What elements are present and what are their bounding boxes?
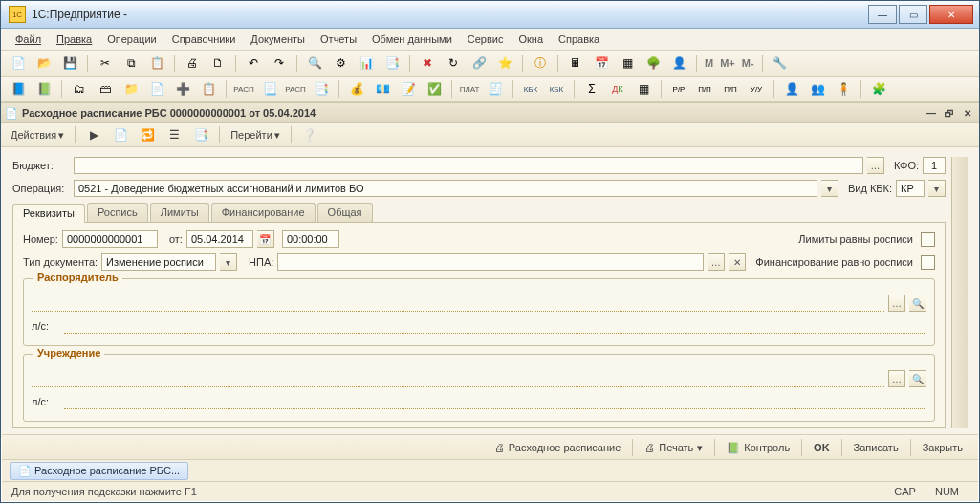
rasp-search-button[interactable]: 🔍 (909, 295, 926, 312)
tb2-3-icon[interactable]: 🗂 (68, 78, 91, 99)
kfo-input[interactable]: 1 (923, 157, 946, 174)
tab-funding[interactable]: Финансирование (211, 203, 316, 222)
tb2-7-icon[interactable]: 📋 (197, 78, 220, 99)
print-icon[interactable]: 🖨 (181, 53, 204, 74)
uchr-main-input[interactable] (32, 371, 884, 387)
tb2-sigma-icon[interactable]: Σ (580, 78, 603, 99)
tb2-pp3-icon[interactable]: П/П (719, 78, 742, 99)
rasp-lookup-button[interactable]: … (888, 295, 905, 312)
stop-icon[interactable]: ✖ (416, 53, 439, 74)
undo-icon[interactable]: ↶ (242, 53, 265, 74)
task-item[interactable]: 📄 Расходное расписание РБС... (10, 462, 188, 480)
tb2-rasp1-icon[interactable]: РАСП (232, 78, 255, 99)
tab-general[interactable]: Общая (317, 203, 373, 222)
tb2-add-icon[interactable]: ➕ (171, 78, 194, 99)
vidkbk-dropdown-button[interactable]: ▾ (928, 180, 946, 197)
tb2-dk-icon[interactable]: ДК (606, 78, 629, 99)
funding-eq-checkbox[interactable] (921, 255, 935, 270)
rasp-ls-input[interactable] (64, 317, 926, 334)
tb2-rasp3-icon[interactable]: РАСП (284, 78, 307, 99)
sub-close-button[interactable]: ✕ (960, 106, 975, 120)
date-input[interactable]: 05.04.2014 (186, 230, 253, 248)
uchr-ls-input[interactable] (64, 393, 926, 409)
tb2-15-icon[interactable]: 🧩 (867, 78, 890, 99)
user-icon[interactable]: 👤 (667, 53, 690, 74)
tb2-user3-icon[interactable]: 🧍 (832, 78, 855, 99)
ok-button[interactable]: OK (808, 440, 836, 455)
ab-reg-icon[interactable]: 📑 (189, 124, 212, 145)
tab-limits[interactable]: Лимиты (150, 203, 209, 222)
calendar-icon[interactable]: 📅 (590, 53, 613, 74)
menu-windows[interactable]: Окна (512, 32, 550, 47)
help-icon[interactable]: ⓘ (529, 53, 552, 74)
wrench-icon[interactable]: 🔧 (769, 53, 792, 74)
ab-help-icon[interactable]: ❔ (298, 124, 321, 145)
find-icon[interactable]: 🔍 (303, 53, 326, 74)
goto-dropdown[interactable]: Перейти ▾ (227, 127, 284, 143)
print-rash-button[interactable]: 🖨Расходное расписание (489, 440, 626, 455)
vidkbk-input[interactable]: КР (896, 180, 925, 197)
tb2-rasp2-icon[interactable]: 📃 (258, 78, 281, 99)
tab-requisites[interactable]: Реквизиты (12, 204, 85, 223)
tb2-1-icon[interactable]: 📘 (7, 78, 30, 99)
new-icon[interactable]: 📄 (7, 53, 30, 74)
minimize-button[interactable]: — (868, 5, 897, 24)
npa-input[interactable] (277, 253, 704, 271)
rasp-main-input[interactable] (32, 295, 884, 312)
print-button[interactable]: 🖨Печать ▾ (639, 440, 708, 456)
link-icon[interactable]: 🔗 (468, 53, 490, 74)
number-input[interactable]: 0000000000001 (62, 230, 158, 248)
time-input[interactable]: 00:00:00 (282, 230, 339, 248)
actions-dropdown[interactable]: Действия ▾ (7, 127, 68, 143)
operation-dropdown-button[interactable]: ▾ (821, 180, 838, 197)
menu-exchange[interactable]: Обмен данными (365, 32, 459, 47)
copy-icon[interactable]: ⧉ (120, 53, 142, 74)
doctype-input[interactable]: Изменение росписи (101, 253, 216, 271)
ab-list-icon[interactable]: ☰ (163, 124, 185, 145)
menu-operations[interactable]: Операции (100, 32, 163, 47)
preview-icon[interactable]: 🗋 (207, 53, 229, 74)
save-icon[interactable]: 💾 (58, 53, 81, 74)
tb2-2-icon[interactable]: 📗 (33, 78, 55, 99)
control-button[interactable]: 📗Контроль (721, 440, 795, 456)
budget-input[interactable] (74, 157, 863, 174)
close-button[interactable]: ✕ (929, 5, 973, 24)
refresh-icon[interactable]: ↻ (442, 53, 465, 74)
sub-restore-button[interactable]: 🗗 (942, 106, 957, 120)
tb2-user2-icon[interactable]: 👥 (806, 78, 829, 99)
date-picker-button[interactable]: 📅 (257, 230, 274, 248)
npa-clear-button[interactable]: ✕ (729, 253, 746, 271)
tb2-12-icon[interactable]: ✅ (423, 78, 446, 99)
menu-help[interactable]: Справка (552, 32, 606, 47)
limits-eq-checkbox[interactable] (921, 232, 935, 247)
calc-icon[interactable]: 🖩 (564, 53, 587, 74)
menu-file[interactable]: Файл (9, 32, 48, 47)
tb2-kbk2-icon[interactable]: КБК (545, 78, 568, 99)
cut-icon[interactable]: ✂ (94, 53, 117, 74)
grid-icon[interactable]: ▦ (616, 53, 639, 74)
operation-input[interactable]: 0521 - Доведение бюджетных ассигнований … (74, 180, 817, 197)
tree-icon[interactable]: 🌳 (642, 53, 664, 74)
tool2-icon[interactable]: 📊 (355, 53, 378, 74)
tb2-4-icon[interactable]: 🗃 (94, 78, 117, 99)
save-button[interactable]: Записать (848, 440, 904, 455)
paste-icon[interactable]: 📋 (145, 53, 168, 74)
tb2-6-icon[interactable]: 📄 (145, 78, 168, 99)
uchr-search-button[interactable]: 🔍 (909, 370, 926, 387)
ab-ref-icon[interactable]: 🔁 (136, 124, 159, 145)
ab-doc-icon[interactable]: 📄 (109, 124, 132, 145)
tb2-plat-icon[interactable]: ПЛАТ (458, 78, 481, 99)
doctype-dropdown-button[interactable]: ▾ (220, 253, 237, 271)
menu-edit[interactable]: Правка (50, 32, 98, 47)
tb2-5-icon[interactable]: 📁 (120, 78, 142, 99)
sub-minimize-button[interactable]: — (924, 106, 939, 120)
tb2-14-icon[interactable]: ▦ (632, 78, 655, 99)
vertical-scrollbar[interactable] (951, 157, 968, 428)
uchr-lookup-button[interactable]: … (888, 370, 905, 387)
tb2-yy-icon[interactable]: У/У (745, 78, 768, 99)
menu-reports[interactable]: Отчеты (314, 32, 363, 47)
tb2-kbk1-icon[interactable]: КБК (519, 78, 542, 99)
menu-service[interactable]: Сервис (461, 32, 511, 47)
tb2-pp1-icon[interactable]: P/P (667, 78, 690, 99)
menu-docs[interactable]: Документы (244, 32, 312, 47)
